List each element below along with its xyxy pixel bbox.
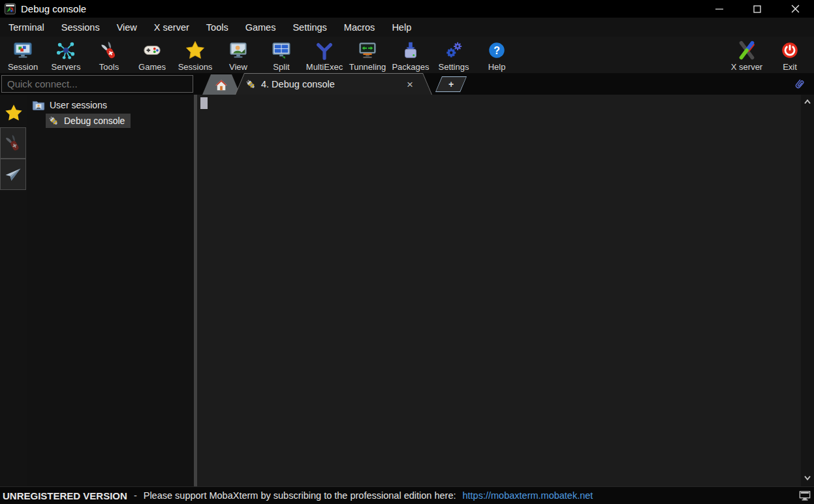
toolbar-tunneling-button[interactable]: Tunneling <box>346 40 389 72</box>
swiss-knife-icon <box>4 134 22 152</box>
toolbar-view-button[interactable]: View <box>217 40 260 72</box>
toolbar-label: Settings <box>439 62 469 72</box>
maximize-button[interactable] <box>738 0 776 18</box>
toolbar-label: Split <box>273 62 289 72</box>
toolbar-label: Tools <box>99 62 119 72</box>
maximize-icon <box>753 5 761 13</box>
home-icon <box>215 78 228 91</box>
svg-text:?: ? <box>493 44 500 55</box>
toolbar-tools-button[interactable]: Tools <box>87 40 131 72</box>
settings-gears-icon <box>444 40 463 60</box>
toolbar-label: Servers <box>52 62 81 72</box>
close-button[interactable] <box>776 0 814 18</box>
new-session-monitor-icon <box>13 40 33 60</box>
tab-close-icon[interactable]: × <box>407 79 413 90</box>
menu-bar: Terminal Sessions View X server Tools Ga… <box>0 18 814 37</box>
status-message: Please support MobaXterm by subscribing … <box>144 490 456 501</box>
help-question-icon: ? <box>487 40 507 60</box>
toolbar-servers-button[interactable]: Servers <box>44 40 87 72</box>
menu-terminal[interactable]: Terminal <box>0 18 53 37</box>
toolbar-packages-button[interactable]: Packages <box>389 40 432 72</box>
xserver-x-icon <box>736 40 757 60</box>
toolbar-split-button[interactable]: Split <box>260 40 303 72</box>
tree-item-user-sessions[interactable]: User sessions <box>32 99 107 112</box>
tab-home[interactable] <box>202 74 240 95</box>
servers-network-icon <box>56 40 76 60</box>
multiexec-fork-icon <box>315 40 334 60</box>
tab-label: 4. Debug console <box>261 79 335 89</box>
toolbar-label: MultiExec <box>306 62 343 72</box>
exit-power-icon <box>780 40 800 60</box>
tab-debug-console[interactable]: 4. Debug console × <box>235 73 432 95</box>
toolbar-label: Session <box>8 62 38 72</box>
toolbar-exit-button[interactable]: Exit <box>768 40 811 72</box>
new-tab-button[interactable]: + <box>435 76 467 92</box>
toolbar-label: Sessions <box>178 62 213 72</box>
title-bar: Debug console <box>0 0 814 18</box>
toolbar-label: Packages <box>392 62 429 72</box>
toolbar-label: Tunneling <box>349 62 386 72</box>
toolbar-multiexec-button[interactable]: MultiExec <box>303 40 346 72</box>
menu-view[interactable]: View <box>108 18 146 37</box>
toolbar-label: X server <box>731 62 762 72</box>
session-plug-icon <box>245 78 257 90</box>
mobaxterm-logo-icon <box>5 3 16 14</box>
sessions-tree-panel: User sessions Debug console <box>27 95 194 486</box>
gamepad-icon <box>142 40 162 60</box>
tree-item-label: User sessions <box>50 100 107 110</box>
sidebar-macros-button[interactable] <box>0 159 26 190</box>
menu-macros[interactable]: Macros <box>336 18 384 37</box>
menu-tools[interactable]: Tools <box>198 18 237 37</box>
toolbar-label: View <box>229 62 247 72</box>
sidebar-tools-button[interactable] <box>0 127 26 159</box>
user-sessions-folder-icon <box>32 99 45 112</box>
swiss-knife-icon <box>99 40 119 60</box>
mobatek-link[interactable]: https://mobaxterm.mobatek.net <box>463 490 593 501</box>
toolbar-label: Help <box>488 62 506 72</box>
menu-xserver[interactable]: X server <box>146 18 198 37</box>
paper-plane-icon <box>4 165 22 183</box>
menu-settings[interactable]: Settings <box>284 18 335 37</box>
minimize-button[interactable] <box>700 0 738 18</box>
tree-item-label: Debug console <box>64 116 125 126</box>
tab-bar: 4. Debug console × + <box>0 73 814 95</box>
sidebar-icon-strip <box>0 95 27 486</box>
terminal-cursor <box>200 97 208 109</box>
toolbar-xserver-button[interactable]: X server <box>725 40 768 72</box>
tree-item-debug-console[interactable]: Debug console <box>46 114 131 128</box>
window-title: Debug console <box>21 3 86 14</box>
menu-sessions[interactable]: Sessions <box>53 18 108 37</box>
toolbar-help-button[interactable]: ? Help <box>475 40 518 72</box>
sessions-star-icon <box>185 40 205 60</box>
paperclip-icon[interactable] <box>793 76 806 91</box>
view-monitor-icon <box>228 40 248 60</box>
session-plug-icon <box>48 115 59 127</box>
sidebar-sessions-button[interactable] <box>0 101 27 125</box>
plus-icon: + <box>448 79 454 89</box>
terminal-scrollbar[interactable] <box>801 95 814 486</box>
status-separator: - <box>134 490 137 501</box>
scroll-down-icon[interactable] <box>804 475 811 481</box>
close-icon <box>791 5 800 13</box>
toolbar-sessions-button[interactable]: Sessions <box>174 40 217 72</box>
terminal-area[interactable] <box>197 95 801 486</box>
monitor-status-icon <box>799 490 811 501</box>
toolbar-session-button[interactable]: Session <box>1 40 44 72</box>
tunneling-monitor-icon <box>358 40 377 60</box>
toolbar: Session Servers Tools <box>0 37 814 73</box>
star-icon <box>5 104 23 122</box>
toolbar-label: Exit <box>783 62 797 72</box>
unregistered-version-label: UNREGISTERED VERSION <box>3 490 127 501</box>
toolbar-label: Games <box>138 62 166 72</box>
scroll-up-icon[interactable] <box>804 99 811 104</box>
packages-drive-icon <box>401 40 420 60</box>
quick-connect-input[interactable] <box>1 75 193 93</box>
toolbar-settings-button[interactable]: Settings <box>432 40 475 72</box>
toolbar-games-button[interactable]: Games <box>131 40 174 72</box>
main-area: User sessions Debug console <box>0 95 814 486</box>
status-bar: UNREGISTERED VERSION - Please support Mo… <box>0 486 814 504</box>
split-screen-icon <box>272 40 291 60</box>
minimize-icon <box>715 5 723 13</box>
menu-help[interactable]: Help <box>383 18 420 37</box>
menu-games[interactable]: Games <box>237 18 285 37</box>
